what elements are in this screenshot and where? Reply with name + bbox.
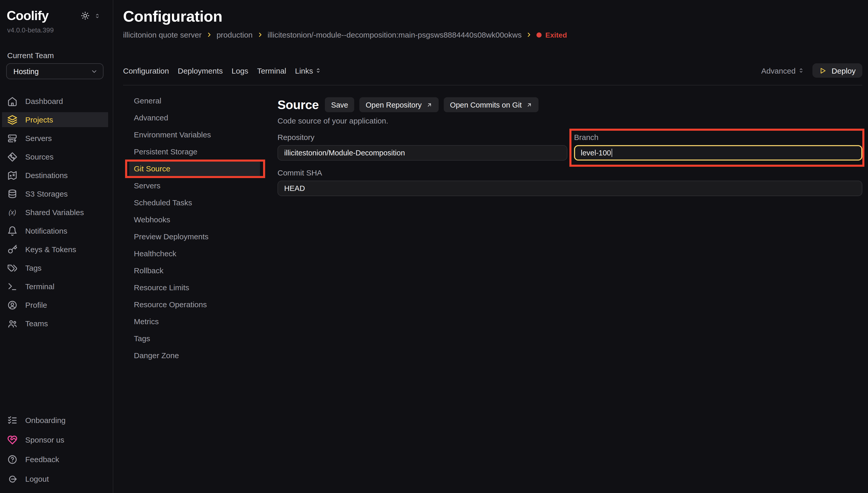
subnav-item-metrics[interactable]: Metrics [129,315,260,329]
sidebar-item-s3-storages[interactable]: S3 Storages [2,186,108,201]
bell-icon [7,226,18,236]
sidebar-footer-nav: Onboarding Sponsor us Feedback Logout [0,413,113,486]
header-actions: Advanced Deploy [761,63,862,78]
chevron-down-icon [91,68,98,75]
chevron-right-icon [257,31,263,38]
main-content: Configuration illicitonion quote server … [113,0,868,493]
up-right-icon [526,102,533,108]
subnav-item-resource-operations[interactable]: Resource Operations [129,297,260,312]
subnav-item-tags[interactable]: Tags [129,331,260,346]
repository-field: Repository [277,132,567,160]
svg-text:(x): (x) [8,209,16,216]
page-title: Configuration [123,7,862,26]
branch-input[interactable]: level-100 [574,145,862,160]
deploy-button[interactable]: Deploy [813,63,862,78]
variable-icon: (x) [7,207,18,217]
tab-configuration[interactable]: Configuration [123,66,169,75]
sidebar-item-label: Tags [25,263,41,272]
tab-deployments[interactable]: Deployments [177,66,223,75]
sidebar-item-label: S3 Storages [25,189,68,198]
subnav-item-git-source[interactable]: Git Source [129,162,260,176]
sun-icon[interactable] [81,11,90,20]
sidebar-item-logout[interactable]: Logout [2,471,108,486]
sidebar-item-profile[interactable]: Profile [2,297,108,313]
sidebar-item-tags[interactable]: Tags [2,260,108,275]
map-icon [7,170,18,180]
app-logo: Coolify [7,8,48,23]
sidebar-item-terminal[interactable]: Terminal [2,279,108,294]
up-right-icon [426,102,432,108]
repository-input[interactable] [277,145,567,160]
sidebar-item-sponsor-us[interactable]: Sponsor us [2,432,108,447]
sidebar-item-keys-tokens[interactable]: Keys & Tokens [2,242,108,257]
sidebar-item-projects[interactable]: Projects [2,112,108,127]
sidebar-item-feedback[interactable]: Feedback [2,452,108,467]
subnav-item-environment-variables[interactable]: Environment Variables [129,128,260,142]
chevron-right-icon [526,31,532,38]
status-dot-icon [536,32,542,37]
sidebar-item-teams[interactable]: Teams [2,316,108,331]
sidebar-item-notifications[interactable]: Notifications [2,223,108,238]
subnav-item-rollback[interactable]: Rollback [129,263,260,278]
open-repository-label: Open Repository [365,101,422,109]
sidebar-item-servers[interactable]: Servers [2,131,108,146]
commit-sha-field: Commit SHA [277,168,862,196]
subnav-item-resource-limits[interactable]: Resource Limits [129,280,260,295]
tab-links-label: Links [295,66,313,75]
sidebar-item-label: Projects [25,115,53,124]
team-select-value: Hosting [14,67,39,76]
theme-selector-icon[interactable] [94,13,100,19]
sidebar: Coolify v4.0.0-beta.399 Current Team Hos… [0,0,113,493]
sidebar-item-dashboard[interactable]: Dashboard [2,94,108,109]
tab-links[interactable]: Links [295,66,321,75]
sidebar-item-label: Sources [25,152,54,161]
configuration-content: General Advanced Environment Variables P… [123,85,862,365]
open-commits-label: Open Commits on Git [450,101,522,109]
sidebar-item-label: Logout [25,474,49,483]
subnav-item-preview-deployments[interactable]: Preview Deployments [129,230,260,244]
save-label: Save [331,101,348,109]
advanced-menu[interactable]: Advanced [761,66,804,75]
branch-label: Branch [574,132,862,142]
sidebar-item-label: Destinations [25,171,68,179]
branch-value: level-100 [581,149,611,157]
database-icon [7,189,18,199]
subnav-item-healthcheck[interactable]: Healthcheck [129,246,260,261]
subnav-item-webhooks[interactable]: Webhooks [129,213,260,227]
sidebar-item-sources[interactable]: Sources [2,149,108,164]
open-repository-button[interactable]: Open Repository [359,97,439,112]
source-fields: Repository Branch level-100 Commit SHA [277,132,862,196]
terminal-icon [7,281,18,292]
tabs: Configuration Deployments Logs Terminal … [123,66,321,75]
subnav-item-general[interactable]: General [129,94,260,108]
git-source-section: Source Save Open Repository Open Commits… [277,85,862,196]
subnav-item-persistent-storage[interactable]: Persistent Storage [129,145,260,159]
sidebar-item-destinations[interactable]: Destinations [2,168,108,183]
subnav-item-scheduled-tasks[interactable]: Scheduled Tasks [129,196,260,210]
save-button[interactable]: Save [325,97,354,112]
team-select[interactable]: Hosting [6,63,104,79]
commit-sha-input[interactable] [277,180,862,196]
sidebar-item-label: Shared Variables [25,208,84,217]
breadcrumb-project[interactable]: illicitonion quote server [123,30,202,39]
sidebar-item-onboarding[interactable]: Onboarding [2,413,108,428]
open-commits-button[interactable]: Open Commits on Git [444,97,539,112]
sidebar-nav: Dashboard Projects Servers Sources Desti… [0,94,113,331]
logout-icon [7,474,18,484]
subnav-item-danger-zone[interactable]: Danger Zone [129,348,260,363]
sidebar-item-shared-variables[interactable]: (x) Shared Variables [2,205,108,220]
subnav-item-advanced[interactable]: Advanced [129,111,260,125]
text-cursor [612,149,612,157]
source-heading: Source [277,98,319,112]
sidebar-item-label: Profile [25,301,47,309]
breadcrumb-environment[interactable]: production [216,30,253,39]
tab-terminal[interactable]: Terminal [257,66,286,75]
status-badge: Exited [536,30,567,39]
subnav-item-servers[interactable]: Servers [129,178,260,193]
tab-logs[interactable]: Logs [232,66,248,75]
selector-icon [315,67,321,73]
status-text: Exited [545,30,567,39]
current-team-label: Current Team [0,34,113,60]
breadcrumb-application[interactable]: illicitestonion/-module--decomposition:m… [268,30,522,39]
help-circle-icon [7,454,18,465]
